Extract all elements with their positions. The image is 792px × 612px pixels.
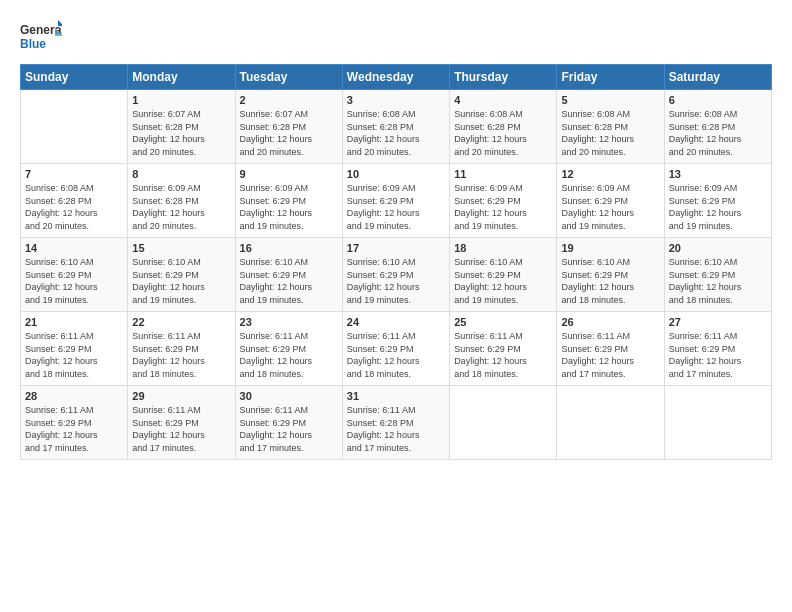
day-number: 4 (454, 94, 552, 106)
day-number: 3 (347, 94, 445, 106)
day-info: Sunrise: 6:11 AM Sunset: 6:29 PM Dayligh… (669, 330, 767, 380)
day-number: 16 (240, 242, 338, 254)
header-cell: Tuesday (235, 65, 342, 90)
day-cell: 21Sunrise: 6:11 AM Sunset: 6:29 PM Dayli… (21, 312, 128, 386)
day-number: 30 (240, 390, 338, 402)
day-number: 27 (669, 316, 767, 328)
day-cell: 22Sunrise: 6:11 AM Sunset: 6:29 PM Dayli… (128, 312, 235, 386)
day-info: Sunrise: 6:11 AM Sunset: 6:29 PM Dayligh… (240, 404, 338, 454)
day-cell: 5Sunrise: 6:08 AM Sunset: 6:28 PM Daylig… (557, 90, 664, 164)
day-number: 7 (25, 168, 123, 180)
header-row: SundayMondayTuesdayWednesdayThursdayFrid… (21, 65, 772, 90)
day-cell (21, 90, 128, 164)
header: General Blue (20, 18, 772, 54)
day-info: Sunrise: 6:10 AM Sunset: 6:29 PM Dayligh… (240, 256, 338, 306)
day-info: Sunrise: 6:11 AM Sunset: 6:29 PM Dayligh… (25, 330, 123, 380)
day-number: 21 (25, 316, 123, 328)
day-cell: 31Sunrise: 6:11 AM Sunset: 6:28 PM Dayli… (342, 386, 449, 460)
day-number: 22 (132, 316, 230, 328)
day-number: 26 (561, 316, 659, 328)
day-cell: 7Sunrise: 6:08 AM Sunset: 6:28 PM Daylig… (21, 164, 128, 238)
day-info: Sunrise: 6:11 AM Sunset: 6:29 PM Dayligh… (240, 330, 338, 380)
header-cell: Monday (128, 65, 235, 90)
day-number: 23 (240, 316, 338, 328)
day-info: Sunrise: 6:09 AM Sunset: 6:28 PM Dayligh… (132, 182, 230, 232)
day-number: 25 (454, 316, 552, 328)
day-number: 10 (347, 168, 445, 180)
day-number: 6 (669, 94, 767, 106)
day-number: 13 (669, 168, 767, 180)
week-row: 1Sunrise: 6:07 AM Sunset: 6:28 PM Daylig… (21, 90, 772, 164)
day-info: Sunrise: 6:11 AM Sunset: 6:28 PM Dayligh… (347, 404, 445, 454)
day-number: 18 (454, 242, 552, 254)
day-info: Sunrise: 6:10 AM Sunset: 6:29 PM Dayligh… (669, 256, 767, 306)
day-number: 24 (347, 316, 445, 328)
day-cell: 18Sunrise: 6:10 AM Sunset: 6:29 PM Dayli… (450, 238, 557, 312)
day-cell: 27Sunrise: 6:11 AM Sunset: 6:29 PM Dayli… (664, 312, 771, 386)
week-row: 7Sunrise: 6:08 AM Sunset: 6:28 PM Daylig… (21, 164, 772, 238)
logo-icon: General Blue (20, 18, 62, 54)
day-info: Sunrise: 6:10 AM Sunset: 6:29 PM Dayligh… (454, 256, 552, 306)
day-number: 29 (132, 390, 230, 402)
logo: General Blue (20, 18, 62, 54)
day-cell: 29Sunrise: 6:11 AM Sunset: 6:29 PM Dayli… (128, 386, 235, 460)
week-row: 28Sunrise: 6:11 AM Sunset: 6:29 PM Dayli… (21, 386, 772, 460)
day-cell: 9Sunrise: 6:09 AM Sunset: 6:29 PM Daylig… (235, 164, 342, 238)
day-cell (450, 386, 557, 460)
day-cell: 30Sunrise: 6:11 AM Sunset: 6:29 PM Dayli… (235, 386, 342, 460)
header-cell: Sunday (21, 65, 128, 90)
day-info: Sunrise: 6:09 AM Sunset: 6:29 PM Dayligh… (454, 182, 552, 232)
day-info: Sunrise: 6:07 AM Sunset: 6:28 PM Dayligh… (132, 108, 230, 158)
day-info: Sunrise: 6:09 AM Sunset: 6:29 PM Dayligh… (240, 182, 338, 232)
page: General Blue SundayMondayTuesdayWednesda… (0, 0, 792, 612)
day-info: Sunrise: 6:11 AM Sunset: 6:29 PM Dayligh… (132, 404, 230, 454)
day-cell: 20Sunrise: 6:10 AM Sunset: 6:29 PM Dayli… (664, 238, 771, 312)
day-cell: 23Sunrise: 6:11 AM Sunset: 6:29 PM Dayli… (235, 312, 342, 386)
day-info: Sunrise: 6:08 AM Sunset: 6:28 PM Dayligh… (347, 108, 445, 158)
day-cell: 14Sunrise: 6:10 AM Sunset: 6:29 PM Dayli… (21, 238, 128, 312)
day-number: 8 (132, 168, 230, 180)
day-number: 20 (669, 242, 767, 254)
day-number: 28 (25, 390, 123, 402)
day-number: 11 (454, 168, 552, 180)
day-number: 5 (561, 94, 659, 106)
day-info: Sunrise: 6:11 AM Sunset: 6:29 PM Dayligh… (25, 404, 123, 454)
day-number: 31 (347, 390, 445, 402)
week-row: 14Sunrise: 6:10 AM Sunset: 6:29 PM Dayli… (21, 238, 772, 312)
day-number: 2 (240, 94, 338, 106)
day-info: Sunrise: 6:11 AM Sunset: 6:29 PM Dayligh… (347, 330, 445, 380)
day-info: Sunrise: 6:10 AM Sunset: 6:29 PM Dayligh… (132, 256, 230, 306)
day-cell: 6Sunrise: 6:08 AM Sunset: 6:28 PM Daylig… (664, 90, 771, 164)
day-info: Sunrise: 6:11 AM Sunset: 6:29 PM Dayligh… (561, 330, 659, 380)
day-cell: 1Sunrise: 6:07 AM Sunset: 6:28 PM Daylig… (128, 90, 235, 164)
day-number: 17 (347, 242, 445, 254)
day-info: Sunrise: 6:09 AM Sunset: 6:29 PM Dayligh… (669, 182, 767, 232)
day-info: Sunrise: 6:09 AM Sunset: 6:29 PM Dayligh… (347, 182, 445, 232)
day-number: 15 (132, 242, 230, 254)
day-info: Sunrise: 6:08 AM Sunset: 6:28 PM Dayligh… (25, 182, 123, 232)
svg-text:Blue: Blue (20, 37, 46, 51)
day-cell: 26Sunrise: 6:11 AM Sunset: 6:29 PM Dayli… (557, 312, 664, 386)
day-cell: 10Sunrise: 6:09 AM Sunset: 6:29 PM Dayli… (342, 164, 449, 238)
day-number: 19 (561, 242, 659, 254)
day-cell: 25Sunrise: 6:11 AM Sunset: 6:29 PM Dayli… (450, 312, 557, 386)
day-cell: 24Sunrise: 6:11 AM Sunset: 6:29 PM Dayli… (342, 312, 449, 386)
day-cell: 11Sunrise: 6:09 AM Sunset: 6:29 PM Dayli… (450, 164, 557, 238)
day-cell (557, 386, 664, 460)
day-number: 14 (25, 242, 123, 254)
day-number: 1 (132, 94, 230, 106)
day-cell: 4Sunrise: 6:08 AM Sunset: 6:28 PM Daylig… (450, 90, 557, 164)
day-info: Sunrise: 6:09 AM Sunset: 6:29 PM Dayligh… (561, 182, 659, 232)
day-number: 12 (561, 168, 659, 180)
day-cell: 8Sunrise: 6:09 AM Sunset: 6:28 PM Daylig… (128, 164, 235, 238)
header-cell: Wednesday (342, 65, 449, 90)
day-info: Sunrise: 6:10 AM Sunset: 6:29 PM Dayligh… (347, 256, 445, 306)
day-info: Sunrise: 6:08 AM Sunset: 6:28 PM Dayligh… (561, 108, 659, 158)
day-cell: 15Sunrise: 6:10 AM Sunset: 6:29 PM Dayli… (128, 238, 235, 312)
day-cell: 3Sunrise: 6:08 AM Sunset: 6:28 PM Daylig… (342, 90, 449, 164)
day-info: Sunrise: 6:10 AM Sunset: 6:29 PM Dayligh… (25, 256, 123, 306)
day-cell: 2Sunrise: 6:07 AM Sunset: 6:28 PM Daylig… (235, 90, 342, 164)
day-cell: 13Sunrise: 6:09 AM Sunset: 6:29 PM Dayli… (664, 164, 771, 238)
week-row: 21Sunrise: 6:11 AM Sunset: 6:29 PM Dayli… (21, 312, 772, 386)
day-info: Sunrise: 6:11 AM Sunset: 6:29 PM Dayligh… (132, 330, 230, 380)
